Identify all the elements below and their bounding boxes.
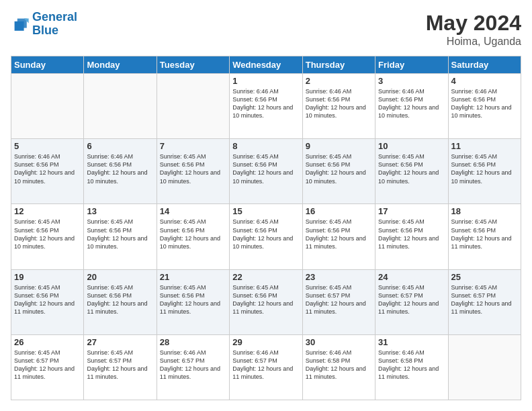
day-number: 28 [160, 337, 226, 347]
day-number: 7 [160, 141, 226, 151]
day-cell: 27Sunrise: 6:45 AM Sunset: 6:57 PM Dayli… [84, 334, 157, 400]
day-cell: 12Sunrise: 6:45 AM Sunset: 6:56 PM Dayli… [11, 204, 84, 269]
day-info: Sunrise: 6:45 AM Sunset: 6:56 PM Dayligh… [87, 218, 153, 250]
logo-text: General Blue [32, 11, 77, 38]
day-cell: 18Sunrise: 6:45 AM Sunset: 6:56 PM Dayli… [448, 204, 521, 269]
day-info: Sunrise: 6:45 AM Sunset: 6:56 PM Dayligh… [451, 218, 518, 250]
day-cell: 15Sunrise: 6:45 AM Sunset: 6:56 PM Dayli… [230, 204, 302, 269]
day-cell: 19Sunrise: 6:45 AM Sunset: 6:56 PM Dayli… [11, 269, 84, 334]
header-row: SundayMondayTuesdayWednesdayThursdayFrid… [11, 56, 521, 74]
day-number: 26 [14, 337, 81, 347]
day-number: 4 [451, 76, 518, 86]
day-number: 27 [87, 337, 153, 347]
day-info: Sunrise: 6:45 AM Sunset: 6:56 PM Dayligh… [14, 283, 81, 316]
day-info: Sunrise: 6:45 AM Sunset: 6:56 PM Dayligh… [378, 152, 445, 185]
day-info: Sunrise: 6:45 AM Sunset: 6:56 PM Dayligh… [306, 218, 372, 250]
calendar-title: May 2024 [426, 11, 521, 36]
day-info: Sunrise: 6:45 AM Sunset: 6:56 PM Dayligh… [451, 152, 518, 185]
day-cell [11, 74, 84, 139]
day-number: 12 [14, 206, 81, 216]
day-number: 22 [232, 272, 299, 282]
week-row-4: 19Sunrise: 6:45 AM Sunset: 6:56 PM Dayli… [11, 269, 521, 334]
logo-line2: Blue [32, 24, 58, 37]
day-info: Sunrise: 6:46 AM Sunset: 6:57 PM Dayligh… [232, 349, 299, 381]
day-number: 20 [87, 272, 153, 282]
day-info: Sunrise: 6:45 AM Sunset: 6:56 PM Dayligh… [87, 283, 153, 316]
day-info: Sunrise: 6:46 AM Sunset: 6:56 PM Dayligh… [87, 152, 153, 185]
day-info: Sunrise: 6:45 AM Sunset: 6:57 PM Dayligh… [87, 349, 153, 381]
day-cell: 13Sunrise: 6:45 AM Sunset: 6:56 PM Dayli… [84, 204, 157, 269]
day-cell: 11Sunrise: 6:45 AM Sunset: 6:56 PM Dayli… [448, 139, 521, 204]
day-number: 11 [451, 141, 518, 151]
day-number: 13 [87, 206, 153, 216]
day-cell: 29Sunrise: 6:46 AM Sunset: 6:57 PM Dayli… [230, 334, 302, 400]
day-number: 3 [378, 76, 445, 86]
day-info: Sunrise: 6:46 AM Sunset: 6:56 PM Dayligh… [14, 152, 81, 185]
title-block: May 2024 Hoima, Uganda [426, 11, 521, 48]
day-cell: 14Sunrise: 6:45 AM Sunset: 6:56 PM Dayli… [157, 204, 229, 269]
day-number: 8 [232, 141, 299, 151]
day-cell [448, 334, 521, 400]
day-cell: 10Sunrise: 6:45 AM Sunset: 6:56 PM Dayli… [375, 139, 448, 204]
day-number: 16 [306, 206, 372, 216]
day-cell: 6Sunrise: 6:46 AM Sunset: 6:56 PM Daylig… [84, 139, 157, 204]
day-cell: 8Sunrise: 6:45 AM Sunset: 6:56 PM Daylig… [230, 139, 302, 204]
day-number: 30 [306, 337, 372, 347]
day-number: 17 [378, 206, 445, 216]
day-cell: 25Sunrise: 6:45 AM Sunset: 6:57 PM Dayli… [448, 269, 521, 334]
col-header-friday: Friday [375, 56, 448, 74]
day-cell: 16Sunrise: 6:45 AM Sunset: 6:56 PM Dayli… [302, 204, 375, 269]
day-info: Sunrise: 6:46 AM Sunset: 6:58 PM Dayligh… [306, 349, 372, 381]
day-cell: 2Sunrise: 6:46 AM Sunset: 6:56 PM Daylig… [302, 74, 375, 139]
week-row-3: 12Sunrise: 6:45 AM Sunset: 6:56 PM Dayli… [11, 204, 521, 269]
day-cell: 7Sunrise: 6:45 AM Sunset: 6:56 PM Daylig… [157, 139, 229, 204]
day-cell: 3Sunrise: 6:46 AM Sunset: 6:56 PM Daylig… [375, 74, 448, 139]
day-cell: 31Sunrise: 6:46 AM Sunset: 6:58 PM Dayli… [375, 334, 448, 400]
day-cell: 30Sunrise: 6:46 AM Sunset: 6:58 PM Dayli… [302, 334, 375, 400]
day-cell: 26Sunrise: 6:45 AM Sunset: 6:57 PM Dayli… [11, 334, 84, 400]
day-cell: 24Sunrise: 6:45 AM Sunset: 6:57 PM Dayli… [375, 269, 448, 334]
day-number: 6 [87, 141, 153, 151]
logo-icon [11, 15, 30, 34]
day-cell [157, 74, 229, 139]
day-info: Sunrise: 6:45 AM Sunset: 6:56 PM Dayligh… [160, 283, 226, 316]
day-cell: 17Sunrise: 6:45 AM Sunset: 6:56 PM Dayli… [375, 204, 448, 269]
day-cell [84, 74, 157, 139]
logo-line1: General [32, 10, 77, 24]
day-info: Sunrise: 6:45 AM Sunset: 6:56 PM Dayligh… [378, 218, 445, 250]
col-header-saturday: Saturday [448, 56, 521, 74]
day-info: Sunrise: 6:45 AM Sunset: 6:56 PM Dayligh… [232, 152, 299, 185]
day-cell: 22Sunrise: 6:45 AM Sunset: 6:56 PM Dayli… [230, 269, 302, 334]
day-cell: 23Sunrise: 6:45 AM Sunset: 6:57 PM Dayli… [302, 269, 375, 334]
day-number: 10 [378, 141, 445, 151]
calendar-subtitle: Hoima, Uganda [426, 36, 521, 48]
week-row-2: 5Sunrise: 6:46 AM Sunset: 6:56 PM Daylig… [11, 139, 521, 204]
day-info: Sunrise: 6:45 AM Sunset: 6:56 PM Dayligh… [160, 152, 226, 185]
day-info: Sunrise: 6:46 AM Sunset: 6:56 PM Dayligh… [306, 87, 372, 120]
week-row-1: 1Sunrise: 6:46 AM Sunset: 6:56 PM Daylig… [11, 74, 521, 139]
page: General Blue May 2024 Hoima, Uganda Sund… [0, 0, 532, 411]
day-info: Sunrise: 6:46 AM Sunset: 6:56 PM Dayligh… [378, 87, 445, 120]
day-cell: 4Sunrise: 6:46 AM Sunset: 6:56 PM Daylig… [448, 74, 521, 139]
day-number: 31 [378, 337, 445, 347]
day-number: 29 [232, 337, 299, 347]
day-cell: 20Sunrise: 6:45 AM Sunset: 6:56 PM Dayli… [84, 269, 157, 334]
day-info: Sunrise: 6:45 AM Sunset: 6:56 PM Dayligh… [232, 283, 299, 316]
day-number: 19 [14, 272, 81, 282]
day-number: 1 [232, 76, 299, 86]
day-cell: 28Sunrise: 6:46 AM Sunset: 6:57 PM Dayli… [157, 334, 229, 400]
calendar-table: SundayMondayTuesdayWednesdayThursdayFrid… [11, 56, 521, 400]
day-info: Sunrise: 6:46 AM Sunset: 6:57 PM Dayligh… [160, 349, 226, 381]
day-info: Sunrise: 6:45 AM Sunset: 6:56 PM Dayligh… [160, 218, 226, 250]
day-number: 21 [160, 272, 226, 282]
day-number: 2 [306, 76, 372, 86]
day-number: 25 [451, 272, 518, 282]
day-number: 15 [232, 206, 299, 216]
day-info: Sunrise: 6:46 AM Sunset: 6:56 PM Dayligh… [451, 87, 518, 120]
col-header-monday: Monday [84, 56, 157, 74]
col-header-sunday: Sunday [11, 56, 84, 74]
col-header-tuesday: Tuesday [157, 56, 229, 74]
day-cell: 1Sunrise: 6:46 AM Sunset: 6:56 PM Daylig… [230, 74, 302, 139]
day-number: 23 [306, 272, 372, 282]
week-row-5: 26Sunrise: 6:45 AM Sunset: 6:57 PM Dayli… [11, 334, 521, 400]
